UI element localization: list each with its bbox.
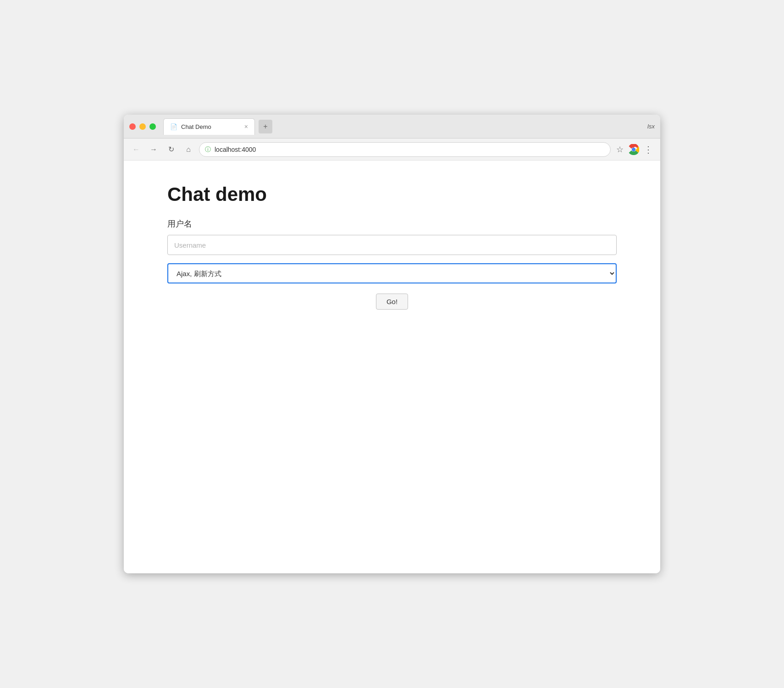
new-tab-button[interactable]: + [259,120,272,133]
browser-user-label: lsx [647,123,655,130]
go-button[interactable]: Go! [376,294,408,310]
close-button[interactable] [129,123,136,130]
page-title: Chat demo [167,183,617,205]
maximize-button[interactable] [149,123,156,130]
more-options-icon[interactable]: ⋮ [642,142,655,157]
traffic-lights [129,123,156,130]
forward-button[interactable]: → [147,143,160,156]
svg-point-0 [632,148,635,151]
browser-window: 📄 Chat Demo × + lsx ← → ↻ ⌂ ⓘ localhost:… [124,115,660,573]
home-button[interactable]: ⌂ [182,143,195,156]
address-bar[interactable]: ⓘ localhost:4000 [199,142,611,157]
title-bar: 📄 Chat Demo × + lsx [124,115,660,139]
chrome-icon[interactable] [627,143,640,156]
security-icon: ⓘ [205,145,211,154]
method-select[interactable]: Ajax, 刷新方式 WebSocket Long Polling [167,263,617,283]
page-content: Chat demo 用户名 Ajax, 刷新方式 WebSocket Long … [124,161,660,573]
address-text: localhost:4000 [215,146,605,153]
username-label: 用户名 [167,218,617,229]
username-input[interactable] [167,235,617,255]
tab-icon: 📄 [170,123,177,130]
reload-button[interactable]: ↻ [164,143,178,156]
back-button[interactable]: ← [129,143,143,156]
bookmark-icon[interactable]: ☆ [614,143,625,156]
tab-close-button[interactable]: × [244,123,248,130]
browser-tab[interactable]: 📄 Chat Demo × [163,118,255,135]
nav-actions: ☆ ⋮ [614,142,655,157]
nav-bar: ← → ↻ ⌂ ⓘ localhost:4000 ☆ ⋮ [124,139,660,161]
tab-title: Chat Demo [181,123,241,130]
minimize-button[interactable] [139,123,146,130]
chrome-logo-svg [628,144,639,155]
